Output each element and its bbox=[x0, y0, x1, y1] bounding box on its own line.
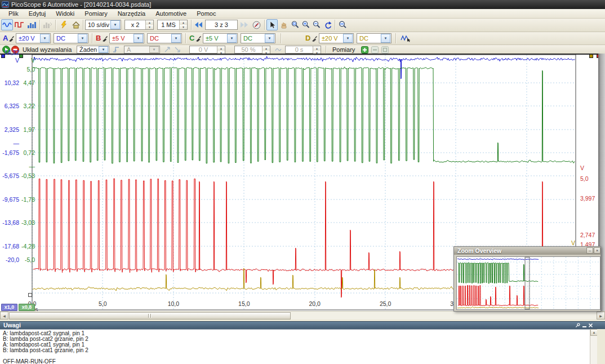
menu-edytuj[interactable]: Edytuj bbox=[24, 9, 51, 19]
notes-panel-header: Uwagi bbox=[0, 321, 605, 329]
axis-label-green: -5,0 bbox=[20, 256, 35, 263]
scope-view-button[interactable] bbox=[1, 19, 13, 30]
axis-label-green: 1,97 bbox=[20, 126, 35, 133]
menu-plik[interactable]: Plik bbox=[3, 9, 24, 19]
buffer-navigator-button[interactable] bbox=[251, 19, 262, 30]
zo om-factor-spinner[interactable]: x 2 ▲▼ bbox=[124, 20, 154, 30]
custom-probes-button[interactable] bbox=[399, 33, 412, 44]
channel-b-coupling-select[interactable]: DC▼ bbox=[147, 33, 182, 43]
title-bar: PicoScope 6 Automotive - [20140214-0034.… bbox=[0, 0, 605, 9]
channel-d-range: ±20 V bbox=[319, 35, 343, 42]
undo-zoom-button[interactable] bbox=[322, 19, 333, 30]
channel-a-coupling-select[interactable]: DC▼ bbox=[54, 33, 88, 43]
hand-icon bbox=[280, 21, 288, 29]
auto-setup-button[interactable] bbox=[57, 19, 69, 30]
falling-edge-button bbox=[174, 46, 182, 54]
channel-a-range-select[interactable]: ±20 V▼ bbox=[16, 33, 51, 43]
axis-clip-marker[interactable] bbox=[19, 54, 23, 58]
chevron-down-icon[interactable]: ▼ bbox=[99, 46, 108, 53]
chevron-down-icon[interactable]: ▼ bbox=[381, 34, 390, 43]
probe-icon[interactable] bbox=[195, 36, 202, 42]
scroll-left-button[interactable]: ◀ bbox=[0, 312, 8, 319]
spinner-arrows[interactable]: ▲▼ bbox=[179, 20, 187, 29]
notes-panel-title: Uwagi bbox=[0, 322, 605, 329]
chevron-down-icon: ▼ bbox=[149, 46, 159, 53]
notes-text-area[interactable]: A: lambdapost-cat2 sygnał, pin 1B: lambd… bbox=[0, 329, 590, 364]
zoom-in-button[interactable] bbox=[301, 19, 311, 30]
close-icon[interactable] bbox=[588, 322, 594, 329]
trigger-level-value: 0 V bbox=[190, 46, 217, 53]
menu-narzędzia[interactable]: Narzędzia bbox=[113, 9, 151, 19]
menu-widoki[interactable]: Widoki bbox=[51, 9, 79, 19]
probe-icon[interactable] bbox=[8, 36, 15, 42]
menu-automotive[interactable]: Automotive bbox=[150, 9, 192, 19]
chevron-down-icon[interactable]: ▼ bbox=[265, 34, 274, 43]
chevron-down-icon[interactable]: ▼ bbox=[40, 34, 50, 43]
zoom-out-button[interactable] bbox=[312, 19, 322, 30]
remove-measurement-button bbox=[371, 46, 379, 54]
minimize-icon[interactable] bbox=[581, 322, 588, 329]
close-icon[interactable]: × bbox=[594, 247, 600, 254]
menu-pomiary[interactable]: Pomiary bbox=[79, 9, 112, 19]
chevron-down-icon[interactable]: ▼ bbox=[227, 34, 237, 43]
toolbar-main: 10 s/div ▼ x 2 ▲▼ 1 MS ▲▼ 3 z 3 bbox=[0, 19, 605, 32]
scale-badge-blue[interactable]: x1,0 bbox=[1, 304, 17, 311]
axis-label-blue: -13,68 bbox=[0, 219, 19, 226]
chevron-down-icon[interactable]: ▼ bbox=[343, 34, 353, 43]
add-measurement-button[interactable] bbox=[361, 46, 369, 54]
channel-d-range-select[interactable]: ±20 V▼ bbox=[319, 33, 354, 43]
timebase-select[interactable]: 10 s/div ▼ bbox=[85, 20, 121, 30]
scrollbar-thumb[interactable] bbox=[9, 312, 291, 319]
axis-label-green: 5,0 bbox=[20, 66, 35, 73]
prev-buffer-button[interactable] bbox=[193, 19, 204, 30]
axis-label-green: 3,22 bbox=[20, 103, 35, 109]
chevron-down-icon[interactable]: ▼ bbox=[78, 34, 87, 43]
toolbar-trigger: Układ wyzwalania Żaden▼ A▼ 0 V ▲▼ 50 % ▲… bbox=[0, 45, 605, 54]
pin-icon[interactable] bbox=[575, 322, 581, 329]
rising-edge-icon bbox=[164, 46, 171, 53]
horizontal-scrollbar[interactable]: ◀ ▶ bbox=[0, 311, 605, 319]
axis-label-green: -3,03 bbox=[20, 219, 35, 226]
zoom-full-button[interactable] bbox=[337, 19, 349, 30]
scale-badge-green[interactable]: x0,8 bbox=[19, 304, 35, 311]
channel-d-label: D bbox=[305, 34, 310, 42]
square-wave-view-button[interactable] bbox=[14, 19, 25, 30]
pan-tool-button[interactable] bbox=[278, 19, 289, 30]
notes-corner-filler bbox=[597, 329, 605, 364]
samples-spinner[interactable]: 1 MS ▲▼ bbox=[157, 20, 188, 30]
channel-c-coupling-select[interactable]: DC▼ bbox=[241, 33, 275, 43]
spectrum-view-button[interactable] bbox=[26, 19, 38, 30]
note-line: OFF-MAR-RUN-OFF bbox=[3, 359, 590, 364]
home-button[interactable] bbox=[70, 19, 82, 30]
channel-b-range-select[interactable]: ±5 V▼ bbox=[109, 33, 144, 43]
probe-icon[interactable] bbox=[102, 36, 108, 42]
zoom-out-icon bbox=[313, 21, 321, 29]
spinner-arrows[interactable]: ▲▼ bbox=[145, 20, 153, 29]
note-line: A: lambdapost-cat1 sygnał, pin 1 bbox=[3, 342, 590, 348]
chevron-down-icon[interactable]: ▼ bbox=[110, 20, 120, 29]
notes-scrollbar[interactable]: ▲ bbox=[590, 329, 597, 364]
measurements-label: Pomiary bbox=[332, 46, 355, 54]
zoom-100-icon bbox=[339, 21, 347, 29]
lightning-icon bbox=[60, 21, 68, 29]
channel-d-coupling-select[interactable]: DC▼ bbox=[357, 33, 392, 43]
samples-value: 1 MS bbox=[158, 20, 179, 29]
trigger-mode-select[interactable]: Żaden▼ bbox=[77, 46, 109, 54]
channel-a-label: A bbox=[3, 34, 8, 42]
probe-icon[interactable] bbox=[312, 36, 318, 42]
zoom-overview-canvas[interactable] bbox=[456, 256, 600, 310]
menu-pomoc[interactable]: Pomoc bbox=[192, 9, 221, 19]
reference-marker[interactable] bbox=[28, 293, 32, 297]
chevron-down-icon[interactable]: ▼ bbox=[171, 34, 181, 43]
marquee-zoom-button[interactable] bbox=[290, 19, 300, 30]
zoom-select-icon bbox=[291, 21, 299, 29]
axis-clip-marker[interactable] bbox=[1, 54, 5, 58]
pretrigger-value: 50 % bbox=[235, 46, 262, 53]
channel-c-range-select[interactable]: ±5 V▼ bbox=[203, 33, 238, 43]
forward-icon bbox=[240, 21, 248, 28]
axis-clip-marker[interactable] bbox=[589, 54, 593, 58]
scroll-right-button[interactable]: ▶ bbox=[597, 312, 605, 319]
select-tool-button[interactable] bbox=[266, 19, 278, 30]
chevron-down-icon[interactable]: ▼ bbox=[134, 34, 143, 43]
minimize-icon[interactable]: – bbox=[586, 247, 593, 254]
